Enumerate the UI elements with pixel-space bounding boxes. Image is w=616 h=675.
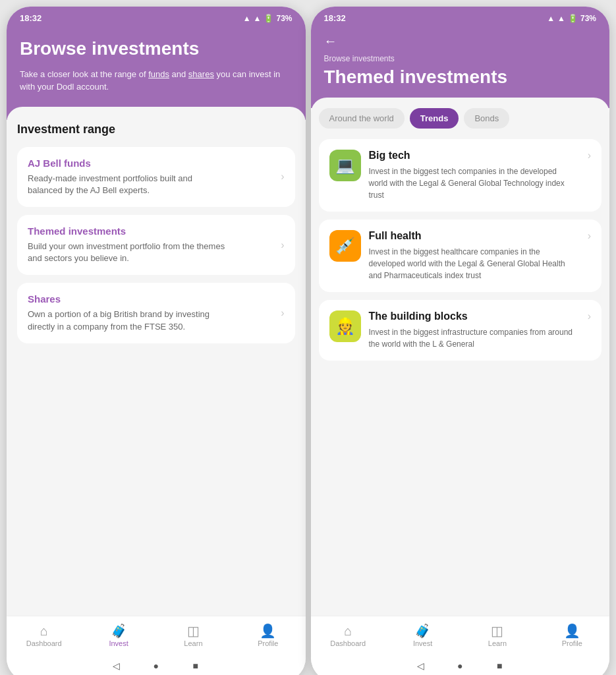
wifi-icon: ▲: [243, 14, 251, 23]
building-blocks-left: 👷 The building blocks Invest in the bigg…: [329, 310, 574, 350]
building-blocks-desc: Invest in the biggest infrastructure com…: [369, 326, 574, 350]
full-health-icon: 💉: [329, 230, 361, 262]
right-header: ← Browse investments Themed investments: [311, 27, 610, 108]
shares-text: Shares Own a portion of a big British br…: [28, 293, 225, 332]
right-home-system-btn[interactable]: ●: [453, 659, 466, 672]
full-health-card[interactable]: 💉 Full health Invest in the biggest heal…: [319, 220, 602, 292]
building-blocks-text: The building blocks Invest in the bigges…: [369, 310, 574, 350]
full-health-text: Full health Invest in the biggest health…: [369, 230, 574, 281]
big-tech-chevron: ›: [588, 150, 591, 161]
right-learn-label: Learn: [488, 639, 507, 647]
recents-system-btn[interactable]: ■: [189, 659, 202, 672]
learn-label: Learn: [184, 639, 202, 647]
aj-bell-chevron: ›: [281, 171, 284, 183]
right-battery-icon: 🔋: [568, 14, 578, 23]
back-button[interactable]: ←: [324, 34, 337, 49]
right-nav-learn[interactable]: ◫ Learn: [460, 622, 534, 650]
invest-icon: 🧳: [111, 624, 127, 637]
right-learn-icon: ◫: [491, 624, 503, 637]
breadcrumb: Browse investments: [324, 54, 597, 63]
big-tech-left: 💻 Big tech Invest in the biggest tech co…: [329, 150, 574, 201]
big-tech-desc: Invest in the biggest tech companies in …: [369, 165, 574, 201]
battery-icon: 🔋: [264, 14, 273, 23]
themed-card[interactable]: Themed investments Build your own invest…: [17, 215, 295, 275]
dashboard-label: Dashboard: [26, 639, 62, 647]
nav-profile[interactable]: 👤 Profile: [231, 622, 305, 650]
shares-card[interactable]: Shares Own a portion of a big British br…: [17, 283, 295, 343]
aj-bell-desc: Ready-made investment portfolios built a…: [28, 173, 225, 196]
left-phone: 18:32 ▲ ▲ 🔋 73% Browse investments Take …: [7, 7, 306, 675]
right-dashboard-label: Dashboard: [330, 639, 366, 647]
big-tech-text: Big tech Invest in the biggest tech comp…: [369, 150, 574, 201]
building-blocks-icon: 👷: [329, 310, 361, 342]
right-profile-label: Profile: [562, 639, 582, 647]
full-health-left: 💉 Full health Invest in the biggest heal…: [329, 230, 574, 281]
right-nav-invest[interactable]: 🧳 Invest: [385, 622, 460, 650]
themed-chevron: ›: [281, 239, 284, 251]
right-profile-icon: 👤: [564, 624, 580, 637]
nav-learn[interactable]: ◫ Learn: [156, 622, 231, 650]
learn-icon: ◫: [187, 624, 200, 637]
nav-invest[interactable]: 🧳 Invest: [81, 622, 155, 650]
right-page-title: Themed investments: [324, 66, 597, 88]
tab-bonds[interactable]: Bonds: [464, 108, 509, 129]
funds-link[interactable]: funds: [148, 69, 169, 79]
left-header-description: Take a closer look at the range of funds…: [20, 68, 293, 94]
right-recents-system-btn[interactable]: ■: [493, 659, 506, 672]
description-text-2: and: [169, 69, 188, 79]
signal-icon: ▲: [254, 14, 262, 23]
right-content: Around the world Trends Bonds 💻 Big tech…: [311, 98, 610, 616]
aj-bell-title: AJ Bell funds: [28, 158, 225, 169]
right-time: 18:32: [324, 13, 346, 23]
aj-bell-text: AJ Bell funds Ready-made investment port…: [28, 158, 225, 196]
right-nav-dashboard[interactable]: ⌂ Dashboard: [311, 622, 385, 650]
right-status-bar: 18:32 ▲ ▲ 🔋 73%: [311, 7, 610, 27]
right-status-icons: ▲ ▲ 🔋 73%: [547, 14, 596, 23]
back-system-btn[interactable]: ◁: [110, 659, 123, 672]
right-wifi-icon: ▲: [547, 14, 555, 23]
tab-trends[interactable]: Trends: [410, 108, 459, 129]
right-signal-icon: ▲: [557, 14, 565, 23]
left-bottom-nav: ⌂ Dashboard 🧳 Invest ◫ Learn 👤 Profile: [7, 616, 306, 653]
investment-range-title: Investment range: [17, 123, 295, 136]
left-time: 18:32: [20, 13, 42, 23]
left-status-bar: 18:32 ▲ ▲ 🔋 73%: [7, 7, 306, 27]
building-blocks-chevron: ›: [588, 310, 591, 322]
tab-around-the-world[interactable]: Around the world: [319, 108, 405, 129]
big-tech-card[interactable]: 💻 Big tech Invest in the biggest tech co…: [319, 139, 602, 212]
left-status-icons: ▲ ▲ 🔋 73%: [243, 14, 293, 23]
left-header: Browse investments Take a closer look at…: [7, 27, 306, 120]
right-invest-label: Invest: [413, 639, 432, 647]
shares-desc: Own a portion of a big British brand by …: [28, 308, 225, 332]
profile-icon: 👤: [260, 624, 276, 637]
invest-label: Invest: [109, 639, 128, 647]
shares-title: Shares: [28, 293, 225, 305]
building-blocks-title: The building blocks: [369, 310, 574, 322]
nav-dashboard[interactable]: ⌂ Dashboard: [7, 622, 81, 650]
right-nav-profile[interactable]: 👤 Profile: [535, 622, 609, 650]
right-dashboard-icon: ⌂: [344, 624, 352, 637]
right-invest-icon: 🧳: [414, 624, 431, 637]
themed-title: Themed investments: [28, 225, 225, 237]
battery-level: 73%: [276, 14, 292, 23]
right-battery-level: 73%: [580, 14, 596, 23]
description-text-1: Take a closer look at the range of: [20, 69, 148, 79]
right-phone: 18:32 ▲ ▲ 🔋 73% ← Browse investments The…: [311, 7, 610, 675]
shares-chevron: ›: [281, 307, 284, 319]
dashboard-icon: ⌂: [40, 624, 48, 637]
right-back-system-btn[interactable]: ◁: [414, 659, 427, 672]
shares-link[interactable]: shares: [188, 69, 214, 79]
full-health-title: Full health: [369, 230, 574, 242]
filter-tabs: Around the world Trends Bonds: [319, 108, 602, 131]
left-content: Investment range AJ Bell funds Ready-mad…: [7, 107, 306, 616]
big-tech-title: Big tech: [369, 150, 574, 161]
themed-text: Themed investments Build your own invest…: [28, 225, 225, 264]
aj-bell-card[interactable]: AJ Bell funds Ready-made investment port…: [17, 147, 295, 207]
building-blocks-card[interactable]: 👷 The building blocks Invest in the bigg…: [319, 300, 602, 361]
full-health-desc: Invest in the biggest healthcare compani…: [369, 246, 574, 281]
themed-desc: Build your own investment portfolio from…: [28, 241, 225, 264]
home-system-btn[interactable]: ●: [150, 659, 163, 672]
profile-label: Profile: [258, 639, 278, 647]
full-health-chevron: ›: [588, 230, 591, 242]
left-system-nav: ◁ ● ■: [7, 653, 306, 675]
